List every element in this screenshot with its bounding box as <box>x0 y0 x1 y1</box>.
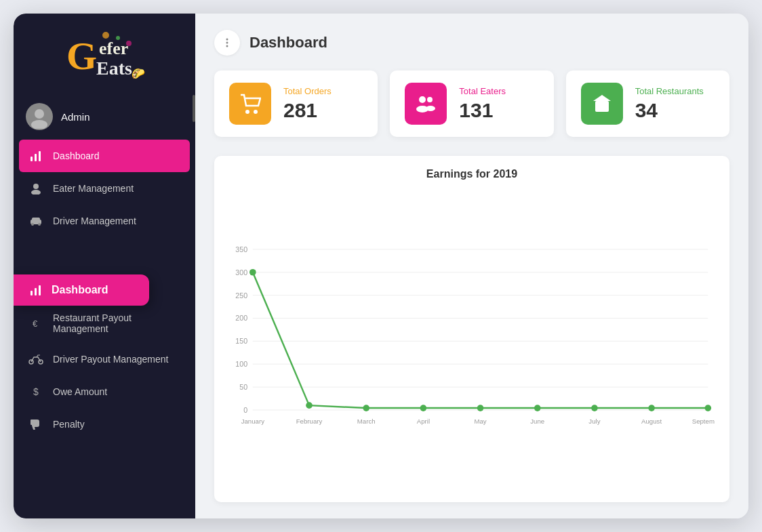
svg-rect-24 <box>31 420 33 425</box>
scroll-indicator <box>193 95 195 122</box>
svg-text:€: € <box>33 319 38 329</box>
svg-point-32 <box>254 110 258 114</box>
svg-text:0: 0 <box>243 406 247 414</box>
sidebar-label-penalty: Penalty <box>53 419 85 430</box>
svg-text:January: January <box>241 417 265 425</box>
sidebar: G efer Eats 🌮 Admin <box>14 14 195 518</box>
svg-point-71 <box>477 405 484 411</box>
svg-text:July: July <box>588 417 600 425</box>
svg-point-4 <box>116 36 120 40</box>
svg-text:100: 100 <box>235 360 247 368</box>
car-icon <box>28 213 43 228</box>
svg-text:🌮: 🌮 <box>132 67 145 80</box>
sidebar-item-dashboard[interactable]: Dashboard <box>19 140 190 172</box>
svg-rect-26 <box>35 288 37 295</box>
sidebar-label-eater-management: Eater Management <box>53 183 134 194</box>
floating-bar-chart-icon <box>28 283 43 298</box>
person-icon <box>28 181 43 196</box>
svg-point-16 <box>31 223 34 226</box>
svg-point-7 <box>35 109 44 119</box>
dollar-icon: $ <box>28 384 43 399</box>
svg-text:August: August <box>641 417 662 425</box>
sidebar-item-driver-payout[interactable]: Driver Payout Management <box>14 343 195 375</box>
svg-point-8 <box>31 120 47 129</box>
svg-rect-11 <box>39 151 41 161</box>
eaters-value: 131 <box>459 99 506 122</box>
svg-text:350: 350 <box>235 245 247 253</box>
svg-rect-10 <box>35 154 37 161</box>
floating-dashboard-badge[interactable]: Dashboard <box>14 274 149 306</box>
logo-area: G efer Eats 🌮 <box>14 14 195 96</box>
restaurants-icon <box>581 83 623 125</box>
svg-rect-25 <box>31 291 33 295</box>
svg-point-36 <box>426 106 435 111</box>
top-bar: Dashboard <box>214 30 729 56</box>
sidebar-label-driver-management: Driver Management <box>53 216 136 226</box>
eaters-info: Total Eaters 131 <box>459 86 506 122</box>
svg-text:$: $ <box>33 386 39 397</box>
earnings-chart: 350 300 250 200 150 100 50 0 <box>229 187 715 490</box>
svg-point-74 <box>648 405 655 411</box>
svg-point-17 <box>38 223 41 226</box>
svg-point-70 <box>420 405 427 411</box>
user-name: Admin <box>61 111 90 123</box>
restaurants-info: Total Restaurants 34 <box>635 86 704 122</box>
svg-text:efer: efer <box>99 39 128 58</box>
sidebar-item-owe-amount[interactable]: $ Owe Amount <box>14 375 195 408</box>
sidebar-label-driver-payout: Driver Payout Management <box>53 354 168 365</box>
sidebar-item-penalty[interactable]: Penalty <box>14 408 195 441</box>
eaters-icon <box>405 83 447 125</box>
svg-text:June: June <box>530 417 544 425</box>
stat-card-total-orders: Total Orders 281 <box>214 70 378 137</box>
restaurants-label: Total Restaurants <box>635 86 704 96</box>
avatar <box>26 103 53 130</box>
svg-point-30 <box>226 45 228 47</box>
svg-point-75 <box>704 405 711 411</box>
svg-text:250: 250 <box>235 291 247 300</box>
orders-value: 281 <box>283 99 332 122</box>
svg-rect-39 <box>600 105 604 112</box>
svg-text:Eats: Eats <box>96 58 132 79</box>
orders-icon <box>229 83 271 125</box>
svg-point-73 <box>591 405 598 411</box>
sidebar-label-restaurant-payout: Restaurant Payout Management <box>53 312 180 334</box>
sidebar-nav: Dashboard Eater Management Driver Manage… <box>14 140 195 518</box>
svg-point-72 <box>534 405 541 411</box>
stat-card-total-restaurants: Total Restaurants 34 <box>566 70 729 137</box>
svg-point-12 <box>33 184 39 189</box>
svg-rect-27 <box>39 285 41 295</box>
svg-point-29 <box>226 42 228 44</box>
restaurants-value: 34 <box>635 99 704 122</box>
svg-text:300: 300 <box>235 268 247 277</box>
svg-point-28 <box>226 39 228 41</box>
sidebar-item-eater-management[interactable]: Eater Management <box>14 172 195 205</box>
chart-container: Earnings for 2019 350 300 250 200 150 10… <box>214 156 729 502</box>
main-content: Dashboard Total Orders 281 <box>195 14 748 518</box>
svg-point-5 <box>126 41 132 46</box>
sidebar-item-restaurant-payout[interactable]: € Restaurant Payout Management <box>14 304 195 343</box>
chart-wrap: 350 300 250 200 150 100 50 0 <box>229 187 715 490</box>
orders-label: Total Orders <box>283 86 332 96</box>
app-wrapper: G efer Eats 🌮 Admin <box>14 14 748 518</box>
svg-text:50: 50 <box>239 383 247 391</box>
stat-card-total-eaters: Total Eaters 131 <box>390 70 553 137</box>
svg-rect-9 <box>31 157 33 161</box>
svg-point-68 <box>306 402 313 409</box>
menu-dots-button[interactable] <box>214 30 240 56</box>
svg-text:May: May <box>474 417 486 425</box>
moto-icon <box>28 352 43 367</box>
svg-point-31 <box>245 110 249 114</box>
sidebar-user: Admin <box>14 96 195 137</box>
svg-point-34 <box>427 97 433 102</box>
svg-text:September: September <box>692 417 715 425</box>
svg-text:200: 200 <box>235 314 247 322</box>
svg-marker-38 <box>593 95 611 101</box>
svg-point-69 <box>363 405 369 411</box>
sidebar-item-driver-management[interactable]: Driver Management <box>14 205 195 237</box>
page-title: Dashboard <box>249 34 327 52</box>
svg-point-3 <box>102 32 109 39</box>
logo: G efer Eats 🌮 <box>64 28 145 85</box>
svg-point-33 <box>419 96 426 103</box>
floating-dashboard-label: Dashboard <box>52 284 108 296</box>
stats-row: Total Orders 281 Total Eaters 131 <box>214 70 729 137</box>
